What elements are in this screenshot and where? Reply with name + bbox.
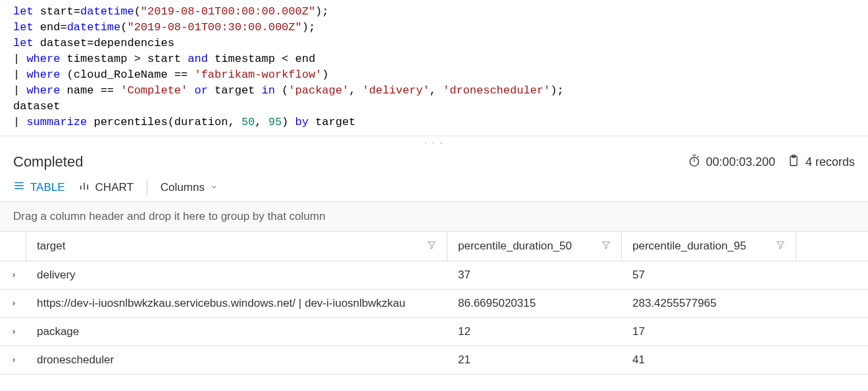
pct50-literal: 50 — [242, 116, 255, 128]
svg-marker-13 — [603, 242, 610, 249]
cell-p50: 12 — [447, 318, 622, 346]
cell-target: dronescheduler — [26, 346, 447, 374]
cell-p95: 283.4255577965 — [622, 290, 796, 317]
results-table: target percentile_duration_50 percentile… — [0, 232, 868, 375]
cell-p95: 41 — [622, 346, 796, 374]
splitter-handle[interactable]: . . . — [0, 136, 868, 148]
svg-marker-14 — [777, 242, 784, 249]
filter-icon[interactable] — [776, 240, 785, 253]
column-expand — [0, 232, 26, 261]
cell-p95: 57 — [622, 261, 796, 289]
table-icon — [13, 180, 25, 195]
group-by-hint[interactable]: Drag a column header and drop it here to… — [0, 202, 868, 232]
status-records: 4 records — [805, 155, 855, 169]
columns-label: Columns — [161, 181, 205, 194]
query-editor[interactable]: let start=datetime("2019-08-01T00:00:00.… — [0, 0, 868, 136]
cell-p50: 37 — [447, 261, 622, 289]
cell-rest — [796, 353, 868, 367]
status-duration: 00:00:03.200 — [706, 155, 775, 169]
cell-target: package — [26, 318, 447, 346]
chevron-down-icon — [210, 181, 218, 194]
cell-p50: 21 — [447, 346, 622, 374]
cell-rest — [796, 268, 868, 282]
column-target[interactable]: target — [26, 232, 447, 261]
cell-target: delivery — [26, 261, 447, 289]
column-p95[interactable]: percentile_duration_95 — [622, 232, 796, 261]
end-literal: "2019-08-01T00:30:00.000Z" — [127, 21, 301, 34]
columns-button[interactable]: Columns — [161, 181, 218, 194]
status-label: Completed — [13, 153, 83, 170]
status-bar: Completed 00:00:03.200 4 records — [0, 148, 868, 177]
table-body: delivery3757https://dev-i-iuosnlbwkzkau.… — [0, 261, 868, 375]
chart-view-button[interactable]: CHART — [78, 180, 134, 195]
role-literal: 'fabrikam-workflow' — [194, 68, 322, 81]
table-header-row: target percentile_duration_50 percentile… — [0, 232, 868, 261]
expand-row-button[interactable] — [0, 291, 26, 316]
column-rest — [796, 232, 868, 261]
column-p95-label: percentile_duration_95 — [632, 240, 746, 253]
delivery-literal: 'delivery' — [363, 84, 430, 97]
chart-label: CHART — [95, 181, 134, 194]
table-label: TABLE — [30, 181, 65, 194]
package-literal: 'package' — [288, 84, 349, 97]
table-row[interactable]: https://dev-i-iuosnlbwkzkau.servicebus.w… — [0, 290, 868, 318]
cell-target: https://dev-i-iuosnlbwkzkau.servicebus.w… — [26, 290, 447, 317]
column-target-label: target — [37, 240, 65, 253]
stopwatch-icon — [688, 154, 701, 170]
column-p50-label: percentile_duration_50 — [458, 240, 572, 253]
status-records-group: 4 records — [787, 154, 855, 170]
column-p50[interactable]: percentile_duration_50 — [447, 232, 622, 261]
chart-icon — [78, 180, 90, 195]
status-duration-group: 00:00:03.200 — [688, 154, 775, 170]
expand-row-button[interactable] — [0, 319, 26, 344]
clipboard-icon — [787, 154, 800, 170]
pct95-literal: 95 — [268, 116, 282, 128]
cell-rest — [796, 296, 868, 311]
table-row[interactable]: dronescheduler2141 — [0, 346, 868, 375]
filter-icon[interactable] — [601, 240, 611, 253]
complete-literal: 'Complete' — [120, 84, 188, 97]
table-row[interactable]: delivery3757 — [0, 261, 868, 290]
cell-p95: 17 — [622, 318, 796, 346]
expand-row-button[interactable] — [0, 348, 26, 373]
table-view-button[interactable]: TABLE — [13, 180, 65, 195]
toolbar-divider — [147, 180, 147, 195]
start-literal: "2019-08-01T00:00:00.000Z" — [141, 5, 315, 18]
expand-row-button[interactable] — [0, 263, 26, 288]
filter-icon[interactable] — [427, 240, 436, 253]
results-toolbar: TABLE CHART Columns — [0, 177, 868, 202]
cell-p50: 86.6695020315 — [447, 290, 622, 317]
table-row[interactable]: package1217 — [0, 318, 868, 346]
dronescheduler-literal: 'dronescheduler' — [443, 84, 550, 97]
cell-rest — [796, 325, 868, 339]
svg-marker-12 — [428, 242, 436, 249]
